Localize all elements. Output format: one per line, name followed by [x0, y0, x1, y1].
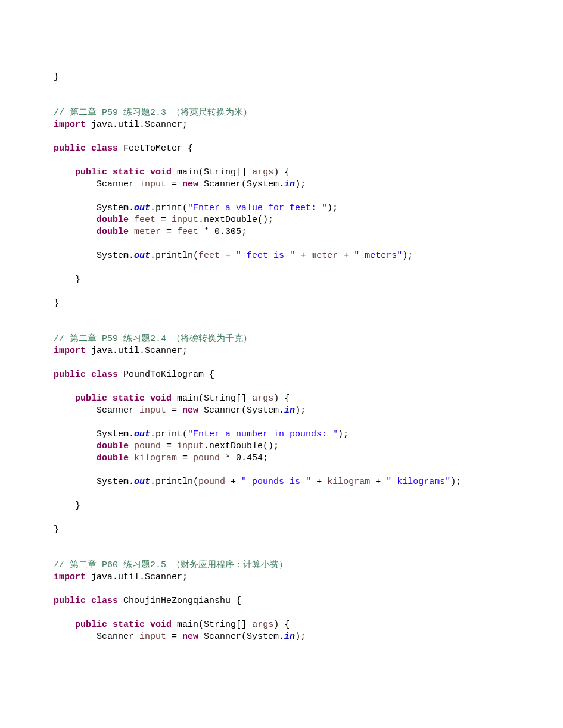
- code-page: } // 第二章 P59 练习题2.3 （将英尺转换为米） import jav…: [0, 0, 563, 679]
